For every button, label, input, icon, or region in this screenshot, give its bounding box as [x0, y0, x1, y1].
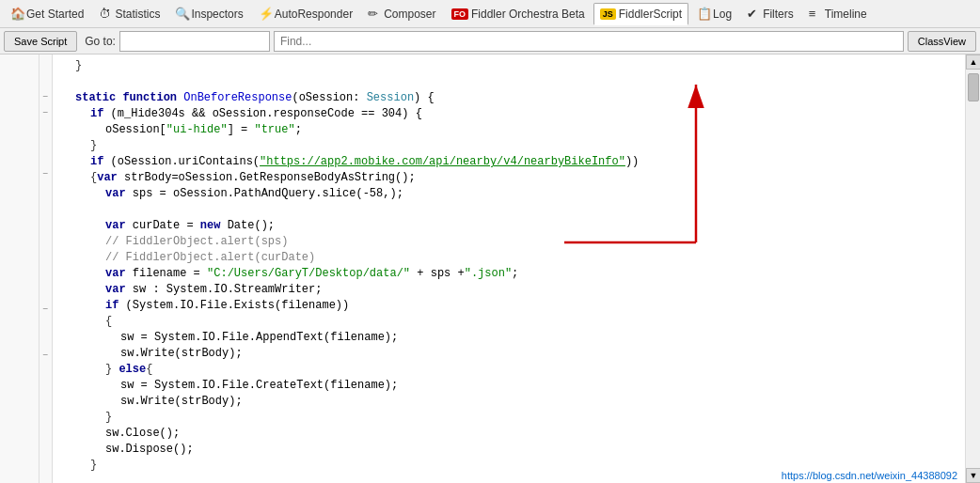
inspect-icon: 🔍 — [175, 8, 188, 21]
goto-label: Go to: — [85, 35, 116, 48]
collapse-toggle — [40, 423, 52, 438]
code-line: static function OnBeforeResponse(oSessio… — [60, 90, 957, 106]
collapse-toggle[interactable]: − — [40, 104, 52, 120]
secondary-toolbar: Save Script Go to: ClassView — [0, 28, 980, 55]
collapse-toggle — [40, 317, 52, 332]
scrollbar[interactable]: ▲ ▼ — [965, 55, 980, 483]
code-line: sw = System.IO.File.CreateText(filename)… — [60, 378, 957, 394]
code-line: } else{ — [60, 362, 957, 378]
line-number — [0, 392, 39, 407]
code-line: sw.Write(strBody); — [60, 346, 957, 362]
collapse-toggle — [40, 393, 52, 408]
line-number — [0, 164, 39, 179]
collapse-toggle — [40, 120, 52, 135]
line-number — [0, 377, 39, 392]
line-number — [0, 332, 39, 347]
fo-badge: FO — [451, 8, 469, 20]
code-line: oSession["ui-hide"] = "true"; — [60, 122, 957, 138]
line-number — [0, 179, 39, 195]
classview-button[interactable]: ClassView — [908, 31, 976, 52]
tab-fiddler-orchestra-beta[interactable]: FO Fiddler Orchestra Beta — [445, 3, 592, 25]
save-script-button[interactable]: Save Script — [4, 31, 77, 52]
line-number — [0, 149, 39, 164]
tab-timeline-label: Timeline — [825, 8, 867, 21]
tab-filters[interactable]: ✔ Filters — [740, 3, 800, 25]
collapse-toggle — [40, 58, 52, 73]
code-line: {var strBody=oSession.GetResponseBodyAsS… — [60, 170, 957, 186]
collapse-toggle[interactable]: − — [40, 165, 52, 181]
line-number — [0, 453, 39, 468]
collapse-toggle — [40, 332, 52, 347]
tab-statistics[interactable]: ⏱ Statistics — [92, 3, 166, 25]
collapse-toggle[interactable]: − — [40, 301, 52, 317]
collapse-toggle — [40, 226, 52, 242]
tab-composer[interactable]: ✏ Composer — [361, 3, 442, 25]
code-line: var sps = oSession.PathAndQuery.slice(-5… — [60, 186, 957, 202]
collapse-toggle — [40, 196, 52, 211]
collapse-toggle[interactable]: − — [40, 347, 52, 363]
scroll-thumb[interactable] — [968, 73, 979, 101]
collapse-toggle — [40, 181, 52, 196]
collapse-toggle — [40, 363, 52, 378]
code-line: // FiddlerObject.alert(curDate) — [60, 250, 957, 266]
scroll-track — [966, 70, 980, 468]
collapse-toggle — [40, 271, 52, 286]
line-number — [0, 241, 39, 256]
code-line: } — [60, 138, 957, 154]
collapse-toggle — [40, 257, 52, 272]
code-line: } — [60, 410, 957, 426]
collapse-toggle — [40, 286, 52, 301]
line-number — [0, 468, 39, 483]
goto-input[interactable] — [119, 31, 270, 52]
collapse-toggle — [40, 135, 52, 150]
main-toolbar: 🏠 Get Started ⏱ Statistics 🔍 Inspectors … — [0, 0, 980, 28]
line-number — [0, 195, 39, 210]
line-number — [0, 58, 39, 73]
collapse-toggle — [40, 211, 52, 226]
tab-log-label: Log — [713, 8, 732, 21]
collapse-toggle — [40, 453, 52, 468]
line-number — [0, 134, 39, 149]
find-input[interactable] — [274, 31, 904, 52]
main-content: −−−−− }static function OnBeforeResponse(… — [0, 55, 980, 483]
tab-timeline[interactable]: ≡ Timeline — [802, 3, 874, 25]
line-number — [0, 407, 39, 422]
js-badge: JS — [600, 8, 616, 20]
code-line: } — [60, 58, 957, 74]
line-number — [0, 88, 39, 103]
scroll-up-arrow[interactable]: ▲ — [966, 55, 980, 70]
tab-inspectors[interactable]: 🔍 Inspectors — [168, 3, 249, 25]
code-line — [60, 74, 957, 90]
clock-icon: ⏱ — [99, 8, 112, 21]
tab-autoresponder[interactable]: ⚡ AutoResponder — [252, 3, 359, 25]
home-icon: 🏠 — [10, 8, 24, 21]
edit-icon: ✏ — [368, 8, 381, 21]
code-line: if (oSession.uriContains("https://app2.m… — [60, 154, 957, 170]
line-number — [0, 256, 39, 271]
tab-get-started[interactable]: 🏠 Get Started — [4, 3, 90, 25]
tab-autoresponder-label: AutoResponder — [275, 8, 353, 21]
scroll-down-arrow[interactable]: ▼ — [966, 468, 980, 483]
code-editor[interactable]: }static function OnBeforeResponse(oSessi… — [53, 55, 965, 483]
collapse-column: −−−−− — [40, 55, 53, 483]
code-line — [60, 202, 957, 218]
code-line: { — [60, 314, 957, 330]
line-number — [0, 226, 39, 241]
code-line: if (m_Hide304s && oSession.responseCode … — [60, 106, 957, 122]
tab-fiddlerscript[interactable]: JS FiddlerScript — [593, 3, 688, 25]
collapse-toggle — [40, 378, 52, 393]
code-line: sw = System.IO.File.AppendText(filename)… — [60, 330, 957, 346]
timeline-icon: ≡ — [809, 8, 822, 21]
tab-get-started-label: Get Started — [26, 8, 84, 21]
line-number — [0, 271, 39, 286]
code-line: if (System.IO.File.Exists(filename)) — [60, 298, 957, 314]
line-number — [0, 286, 39, 301]
collapse-toggle — [40, 242, 52, 257]
line-number — [0, 301, 39, 316]
line-number — [0, 73, 39, 88]
code-line: var curDate = new Date(); — [60, 218, 957, 234]
tab-log[interactable]: 📋 Log — [690, 3, 738, 25]
tab-fiddlerscript-label: FiddlerScript — [619, 8, 682, 21]
line-number — [0, 103, 39, 118]
collapse-toggle[interactable]: − — [40, 88, 52, 104]
